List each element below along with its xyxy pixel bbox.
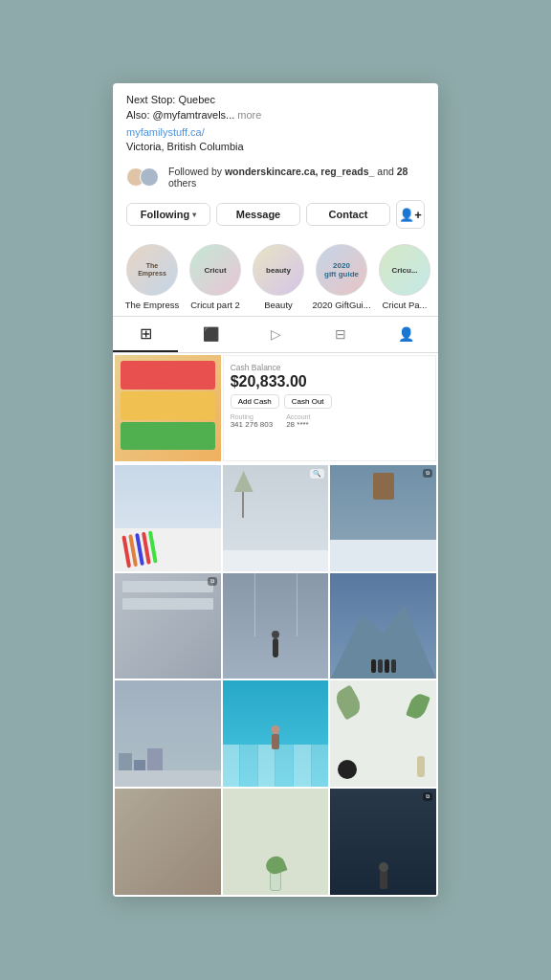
tab-bar: ⊞ ⬛ ▷ ⊟ 👤 [113,316,438,353]
bio-location: Victoria, British Columbia [126,140,425,154]
account-label: Account [286,413,310,420]
tab-save[interactable]: ⊟ [308,317,373,352]
photo-cell-ski[interactable] [115,465,221,571]
cash-out-button[interactable]: Cash Out [284,394,332,409]
action-buttons: Following ▾ Message Contact 👤+ [113,194,438,234]
highlight-label-cricut2: Cricut Pa... [383,300,428,310]
grid-icon: ⊞ [140,324,152,343]
highlight-beauty[interactable]: beauty Beauty [253,244,304,310]
followed-text: Followed by wonderskincare.ca, reg_reads… [168,166,425,189]
highlight-label-empress: The Empress [125,300,180,310]
account-value: 28 **** [286,420,310,429]
bio-line1: Next Stop: Quebec [126,93,425,107]
top-grid-row: Cash Balance $20,833.00 Add Cash Cash Ou… [113,353,438,463]
bank-balance-sublabel: Cash Balance [231,363,429,372]
multi-photo-hotel: ⧉ [208,577,217,586]
tab-grid[interactable]: ⊞ [113,317,178,352]
photo-cell-hotel[interactable]: ⧉ [115,573,221,679]
photo-cell-town[interactable] [115,680,221,787]
highlight-cricut[interactable]: Cricut Cricut part 2 [189,244,241,310]
bank-routing-info: Routing 341 276 803 Account 28 **** [231,413,429,429]
person-icon: 👤 [398,326,414,342]
highlight-cricut2[interactable]: Cricu... Cricut Pa... [379,244,430,310]
photo-cell-pool[interactable] [223,680,329,787]
phone-card: Next Stop: Quebec Also: @myfamtravels...… [113,83,438,897]
highlight-gift[interactable]: 2020gift guide 2020 GiftGui... [316,244,367,310]
follower-avatars [126,167,153,187]
search-overlay: 🔍 [310,469,324,479]
highlight-label-gift: 2020 GiftGui... [312,300,370,310]
routing-label: Routing [231,413,274,420]
avatar-2 [140,167,159,187]
bio-link[interactable]: myfamilystuff.ca/ [126,122,425,140]
chevron-down-icon: ▾ [192,211,196,219]
highlight-label-beauty: Beauty [264,300,293,310]
highlight-empress[interactable]: TheEmpress The Empress [126,244,178,310]
photo-cell-snow-trees[interactable]: 🔍 [223,465,329,571]
bank-action-buttons: Add Cash Cash Out [231,394,429,409]
photo-cell-plant[interactable] [223,789,329,895]
tab-film[interactable]: ⬛ [178,317,243,352]
highlight-label-cricut: Cricut part 2 [190,300,240,310]
bank-balance-amount: $20,833.00 [231,373,429,390]
photo-cell-leaves[interactable] [330,680,436,787]
multi-photo-icon: ⧉ [423,469,432,478]
tab-play[interactable]: ▷ [243,317,308,352]
photo-cell-interior[interactable] [115,789,221,895]
photo-cell-bridge[interactable] [223,573,329,679]
add-cash-button[interactable]: Add Cash [231,394,279,409]
photo-cell-person-dark[interactable]: ⧉ [330,789,436,895]
routing-value: 341 276 803 [231,420,274,429]
followed-by: Followed by wonderskincare.ca, reg_reads… [113,160,438,194]
add-person-button[interactable]: 👤+ [396,200,425,229]
message-button[interactable]: Message [216,203,300,226]
following-button[interactable]: Following ▾ [126,203,210,226]
photo-grid: 🔍 ⧉ ⧉ [113,463,438,897]
bio-line2: Also: @myfamtravels... more [126,108,425,122]
bio-section: Next Stop: Quebec Also: @myfamtravels...… [113,83,438,160]
play-icon: ▷ [271,326,281,342]
multi-photo-dark: ⧉ [423,792,432,801]
photo-cell-group[interactable] [330,573,436,679]
person-plus-icon: 👤+ [399,208,422,222]
tab-person[interactable]: 👤 [373,317,438,352]
contact-button[interactable]: Contact [306,203,390,226]
film-icon: ⬛ [203,326,219,342]
bank-widget: Cash Balance $20,833.00 Add Cash Cash Ou… [223,355,436,461]
highlights-row: TheEmpress The Empress Cricut Cricut par… [113,234,438,316]
photo-food [115,355,221,461]
save-icon: ⊟ [335,326,346,342]
photo-cell-chair[interactable]: ⧉ [330,465,436,571]
